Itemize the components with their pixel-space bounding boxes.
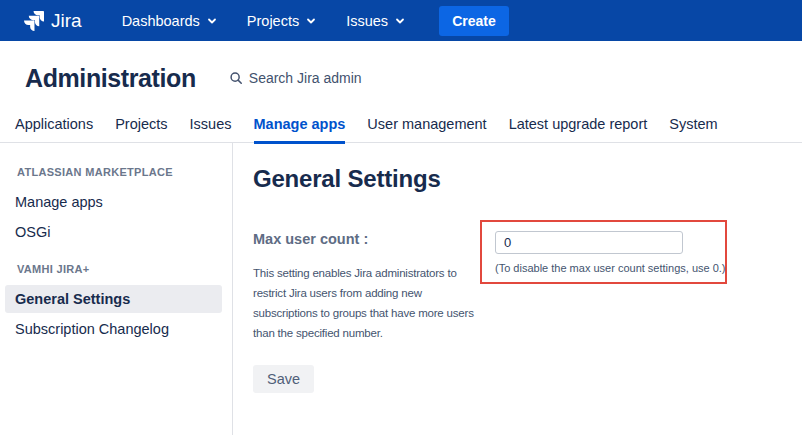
field-description: This setting enables Jira administrators…	[253, 263, 480, 343]
top-navbar: Jira Dashboards Projects Issues Create	[0, 0, 802, 41]
highlight-red-box: (To disable the max user count settings,…	[480, 220, 727, 284]
max-user-count-row: Max user count : This setting enables Ji…	[253, 220, 727, 343]
nav-item-dashboards[interactable]: Dashboards	[122, 13, 217, 29]
search-icon	[229, 71, 243, 85]
settings-heading: General Settings	[253, 165, 727, 193]
nav-item-issues[interactable]: Issues	[346, 13, 405, 29]
field-label-column: Max user count : This setting enables Ji…	[253, 220, 480, 343]
save-button[interactable]: Save	[253, 365, 314, 393]
create-button[interactable]: Create	[439, 6, 509, 36]
general-settings-panel: General Settings Max user count : This s…	[233, 143, 727, 435]
sidebar-section-header: ATLASSIAN MARKETPLACE	[17, 166, 222, 178]
tab-manage-apps[interactable]: Manage apps	[254, 114, 346, 144]
sidebar-item-subscription-changelog[interactable]: Subscription Changelog	[5, 315, 222, 343]
max-user-count-label: Max user count :	[253, 231, 480, 247]
nav-item-label: Dashboards	[122, 13, 200, 29]
tab-system[interactable]: System	[669, 114, 717, 144]
nav-item-label: Issues	[346, 13, 388, 29]
jira-logo-text: Jira	[51, 10, 82, 32]
tab-projects[interactable]: Projects	[115, 114, 167, 144]
sidebar-item-osgi[interactable]: OSGi	[5, 218, 222, 246]
tab-applications[interactable]: Applications	[15, 114, 93, 144]
max-user-count-input[interactable]	[495, 231, 683, 254]
sidebar-section-header: VAMHI JIRA+	[17, 263, 222, 275]
admin-tab-bar: Applications Projects Issues Manage apps…	[0, 107, 802, 143]
tab-issues[interactable]: Issues	[190, 114, 232, 144]
admin-search[interactable]: Search Jira admin	[229, 70, 362, 86]
field-description-line: subscriptions to groups that have more u…	[253, 303, 480, 323]
jira-logo[interactable]: Jira	[24, 10, 82, 32]
sidebar: ATLASSIAN MARKETPLACE Manage apps OSGi V…	[0, 143, 233, 435]
field-description-line: This setting enables Jira administrators…	[253, 263, 480, 283]
nav-item-label: Projects	[247, 13, 299, 29]
field-description-line: than the specified number.	[253, 323, 480, 343]
chevron-down-icon	[306, 16, 316, 26]
chevron-down-icon	[395, 16, 405, 26]
sidebar-section-vamhi-jira: VAMHI JIRA+ General Settings Subscriptio…	[15, 263, 222, 343]
page-title: Administration	[25, 62, 196, 94]
admin-header: Administration Search Jira admin	[0, 41, 802, 107]
sidebar-item-general-settings[interactable]: General Settings	[5, 285, 222, 313]
nav-item-projects[interactable]: Projects	[247, 13, 316, 29]
jira-admin-page: Jira Dashboards Projects Issues Create A…	[0, 0, 802, 439]
field-description-line: restrict Jira users from adding new	[253, 283, 480, 303]
input-hint: (To disable the max user count settings,…	[495, 262, 721, 274]
tab-user-management[interactable]: User management	[367, 114, 486, 144]
jira-logo-icon	[24, 11, 44, 31]
content-area: ATLASSIAN MARKETPLACE Manage apps OSGi V…	[0, 143, 802, 435]
search-label: Search Jira admin	[249, 70, 362, 86]
tab-latest-upgrade-report[interactable]: Latest upgrade report	[509, 114, 648, 144]
chevron-down-icon	[207, 16, 217, 26]
sidebar-item-manage-apps[interactable]: Manage apps	[5, 188, 222, 216]
sidebar-section-atlassian-marketplace: ATLASSIAN MARKETPLACE Manage apps OSGi	[15, 166, 222, 246]
